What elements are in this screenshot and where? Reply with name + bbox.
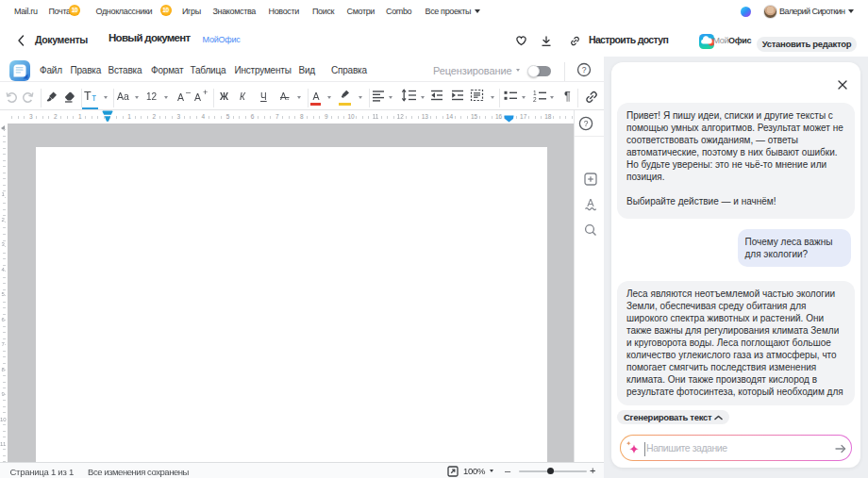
svg-text:1: 1 — [533, 90, 537, 96]
svg-text:2: 2 — [533, 96, 537, 103]
svg-text:A: A — [587, 197, 594, 208]
svg-text:?: ? — [582, 65, 587, 74]
svg-text:?: ? — [584, 119, 589, 128]
